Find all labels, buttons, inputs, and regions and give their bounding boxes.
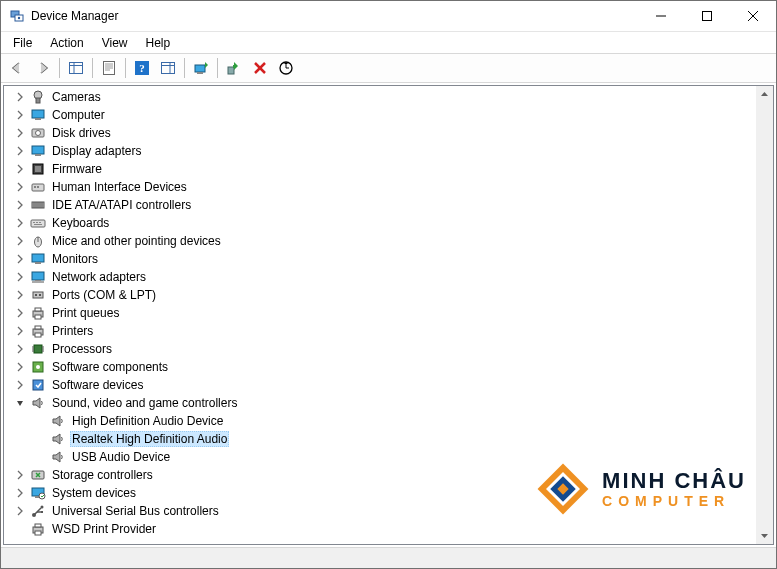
- vertical-scrollbar[interactable]: [756, 86, 773, 544]
- tree-item[interactable]: WSD Print Provider: [4, 520, 756, 538]
- expand-closed-icon[interactable]: [12, 179, 28, 195]
- usb-icon: [30, 503, 46, 519]
- forward-button[interactable]: [31, 56, 55, 80]
- minimize-button[interactable]: [638, 1, 684, 31]
- svg-rect-17: [162, 63, 175, 74]
- tree-item[interactable]: Storage controllers: [4, 466, 756, 484]
- tree-item[interactable]: Mice and other pointing devices: [4, 232, 756, 250]
- device-tree[interactable]: CamerasComputerDisk drivesDisplay adapte…: [4, 86, 756, 544]
- expand-closed-icon[interactable]: [12, 269, 28, 285]
- svg-point-2: [18, 17, 20, 19]
- expand-closed-icon[interactable]: [12, 251, 28, 267]
- keyboard-icon: [30, 215, 46, 231]
- svg-text:?: ?: [139, 62, 145, 74]
- tree-item[interactable]: Firmware: [4, 160, 756, 178]
- expand-closed-icon[interactable]: [12, 197, 28, 213]
- tree-item[interactable]: Printers: [4, 322, 756, 340]
- menu-view[interactable]: View: [94, 34, 136, 52]
- speaker-icon: [50, 431, 66, 447]
- toolbar-separator: [92, 58, 93, 78]
- toolbar-separator: [59, 58, 60, 78]
- svg-rect-76: [33, 380, 43, 390]
- expand-closed-icon[interactable]: [12, 305, 28, 321]
- menu-file[interactable]: File: [5, 34, 40, 52]
- tree-item[interactable]: Monitors: [4, 250, 756, 268]
- svg-rect-36: [35, 166, 41, 172]
- expand-closed-icon[interactable]: [12, 323, 28, 339]
- tree-item-label: Human Interface Devices: [50, 180, 189, 194]
- expand-closed-icon[interactable]: [12, 485, 28, 501]
- properties-button[interactable]: [97, 56, 121, 80]
- tree-item[interactable]: IDE ATA/ATAPI controllers: [4, 196, 756, 214]
- expand-closed-icon[interactable]: [12, 287, 28, 303]
- tree-item-label: Ports (COM & LPT): [50, 288, 158, 302]
- tree-item[interactable]: Sound, video and game controllers: [4, 394, 756, 412]
- tree-item[interactable]: Network adapters: [4, 268, 756, 286]
- expand-closed-icon[interactable]: [12, 377, 28, 393]
- update-driver-button[interactable]: [189, 56, 213, 80]
- tree-item[interactable]: USB Audio Device: [4, 448, 756, 466]
- tree-item[interactable]: High Definition Audio Device: [4, 412, 756, 430]
- scroll-down-icon[interactable]: [756, 527, 773, 544]
- expand-closed-icon[interactable]: [12, 359, 28, 375]
- expand-closed-icon[interactable]: [12, 341, 28, 357]
- svg-rect-50: [34, 224, 42, 225]
- close-button[interactable]: [730, 1, 776, 31]
- tree-item[interactable]: Software components: [4, 358, 756, 376]
- tree-item[interactable]: Processors: [4, 340, 756, 358]
- maximize-button[interactable]: [684, 1, 730, 31]
- tree-item-label: Software devices: [50, 378, 145, 392]
- scroll-up-icon[interactable]: [756, 86, 773, 103]
- tree-item-label: Processors: [50, 342, 114, 356]
- tree-item[interactable]: Disk drives: [4, 124, 756, 142]
- expand-closed-icon[interactable]: [12, 233, 28, 249]
- expand-closed-icon[interactable]: [12, 125, 28, 141]
- back-button[interactable]: [5, 56, 29, 80]
- tree-item[interactable]: Cameras: [4, 88, 756, 106]
- app-icon: [9, 8, 25, 24]
- uninstall-device-button[interactable]: [248, 56, 272, 80]
- expand-closed-icon[interactable]: [12, 89, 28, 105]
- expand-closed-icon[interactable]: [12, 215, 28, 231]
- help-button[interactable]: ?: [130, 56, 154, 80]
- speaker-icon: [50, 449, 66, 465]
- expand-open-icon[interactable]: [12, 395, 28, 411]
- svg-rect-20: [195, 65, 205, 72]
- tree-item-label: IDE ATA/ATAPI controllers: [50, 198, 193, 212]
- window-controls: [638, 1, 776, 31]
- expand-closed-icon[interactable]: [12, 503, 28, 519]
- scroll-track[interactable]: [756, 103, 773, 527]
- status-bar: [1, 547, 776, 568]
- menu-action[interactable]: Action: [42, 34, 91, 52]
- enable-device-button[interactable]: [222, 56, 246, 80]
- tree-item[interactable]: Keyboards: [4, 214, 756, 232]
- svg-point-32: [36, 131, 41, 136]
- tree-item[interactable]: System devices: [4, 484, 756, 502]
- tree-item[interactable]: Software devices: [4, 376, 756, 394]
- expand-closed-icon[interactable]: [12, 467, 28, 483]
- tree-item[interactable]: Display adapters: [4, 142, 756, 160]
- show-hide-tree-button[interactable]: [64, 56, 88, 80]
- scan-hardware-button[interactable]: [274, 56, 298, 80]
- swd-icon: [30, 377, 46, 393]
- tree-item[interactable]: Ports (COM & LPT): [4, 286, 756, 304]
- tree-item[interactable]: Human Interface Devices: [4, 178, 756, 196]
- toolbar-separator: [217, 58, 218, 78]
- tree-item[interactable]: Universal Serial Bus controllers: [4, 502, 756, 520]
- svg-rect-56: [35, 280, 41, 281]
- tree-item-label: Computer: [50, 108, 107, 122]
- expand-closed-icon[interactable]: [12, 161, 28, 177]
- tree-item-label: Display adapters: [50, 144, 143, 158]
- svg-rect-23: [233, 65, 235, 68]
- svg-rect-65: [35, 326, 41, 329]
- window-title: Device Manager: [31, 9, 638, 23]
- expand-closed-icon[interactable]: [12, 143, 28, 159]
- tree-item[interactable]: Computer: [4, 106, 756, 124]
- menu-help[interactable]: Help: [138, 34, 179, 52]
- svg-rect-53: [32, 254, 44, 262]
- action-pane-button[interactable]: [156, 56, 180, 80]
- tree-item[interactable]: Print queues: [4, 304, 756, 322]
- tree-item[interactable]: Realtek High Definition Audio: [4, 430, 756, 448]
- svg-rect-49: [39, 222, 41, 223]
- expand-closed-icon[interactable]: [12, 107, 28, 123]
